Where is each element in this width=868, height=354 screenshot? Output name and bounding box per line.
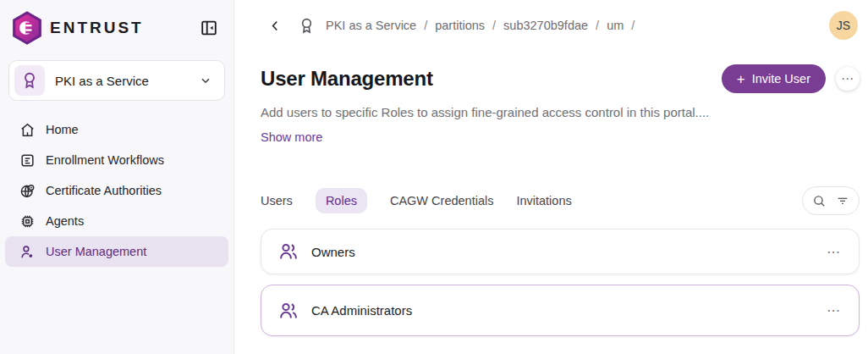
ellipsis-icon: ⋯ [841, 71, 854, 86]
sidebar-item-label: Certificate Authorities [46, 184, 162, 197]
role-more-options-button[interactable]: ⋯ [827, 302, 842, 318]
ellipsis-icon: ⋯ [827, 303, 842, 318]
show-more-link[interactable]: Show more [261, 130, 322, 144]
certificate-authorities-icon [19, 182, 36, 199]
service-selector[interactable]: PKI as a Service [8, 60, 225, 101]
search-icon[interactable] [812, 194, 827, 208]
header-actions: + Invite User ⋯ [722, 64, 860, 93]
tab-invitations[interactable]: Invitations [516, 188, 571, 213]
roles-list: Owners ⋯ CA Administrators ⋯ [261, 229, 860, 336]
filter-icon[interactable] [836, 194, 849, 207]
chip-icon [19, 213, 36, 230]
role-more-options-button[interactable]: ⋯ [827, 244, 842, 260]
breadcrumb-item-partitions[interactable]: partitions [433, 19, 486, 32]
page-header: User Management + Invite User ⋯ [261, 64, 860, 93]
app-window: ENTRUST PK [0, 0, 868, 354]
chevron-down-icon [199, 74, 212, 87]
role-card-ca-administrators[interactable]: CA Administrators ⋯ [261, 285, 860, 336]
role-name: CA Administrators [311, 303, 412, 318]
sidebar-item-user-management[interactable]: User Management [5, 236, 228, 267]
users-icon [278, 241, 299, 262]
breadcrumb-separator: / [596, 19, 599, 32]
user-avatar[interactable]: JS [829, 11, 858, 40]
users-icon [278, 301, 299, 321]
main-content: PKI as a Service / partitions / sub3270b… [234, 0, 868, 354]
home-icon [19, 121, 36, 138]
sidebar-item-label: Home [46, 123, 79, 136]
sidebar-item-home[interactable]: Home [5, 114, 228, 145]
tab-roles[interactable]: Roles [316, 188, 367, 213]
sidebar-item-agents[interactable]: Agents [5, 206, 228, 236]
sidebar-item-certificate-authorities[interactable]: Certificate Authorities [5, 175, 228, 206]
breadcrumb-item-um[interactable]: um [605, 19, 625, 32]
collapse-sidebar-icon [200, 19, 218, 37]
ellipsis-icon: ⋯ [827, 245, 842, 259]
service-selector-label: PKI as a Service [55, 74, 149, 88]
entrust-logo-icon [12, 11, 42, 45]
sidebar-item-label: User Management [46, 245, 146, 258]
enrollment-workflows-icon [19, 152, 36, 169]
back-button[interactable] [266, 17, 284, 35]
chevron-left-icon [268, 19, 283, 33]
service-badge [14, 65, 45, 96]
sidebar-nav: Home Enrollment Workflows [0, 114, 233, 267]
user-settings-icon [19, 243, 36, 260]
breadcrumb-separator: / [492, 19, 496, 32]
breadcrumb-separator: / [424, 19, 427, 32]
page-description: Add users to specific Roles to assign fi… [261, 105, 860, 119]
sidebar: ENTRUST PK [0, 0, 234, 354]
sidebar-item-label: Agents [46, 214, 84, 228]
tab-cagw-credentials[interactable]: CAGW Credentials [390, 188, 493, 213]
award-ribbon-icon [20, 71, 39, 90]
breadcrumb-item-partition-id[interactable]: sub3270b9fdae [502, 19, 590, 32]
search-filter-control[interactable] [802, 186, 860, 215]
breadcrumb-item-service[interactable]: PKI as a Service [324, 19, 418, 32]
logo-row: ENTRUST [0, 0, 233, 53]
breadcrumb-separator: / [631, 19, 635, 32]
plus-icon: + [737, 72, 745, 86]
sidebar-item-enrollment-workflows[interactable]: Enrollment Workflows [5, 145, 228, 175]
tabs-row: Users Roles CAGW Credentials Invitations [261, 186, 860, 215]
page-title: User Management [261, 67, 433, 91]
role-card-owners[interactable]: Owners ⋯ [261, 229, 860, 274]
page-more-options-button[interactable]: ⋯ [836, 67, 860, 91]
invite-user-button[interactable]: + Invite User [722, 64, 826, 93]
topbar: PKI as a Service / partitions / sub3270b… [234, 0, 868, 51]
sidebar-item-label: Enrollment Workflows [46, 153, 164, 167]
breadcrumb: PKI as a Service / partitions / sub3270b… [324, 19, 640, 32]
brand-wordmark: ENTRUST [50, 19, 144, 37]
tab-users[interactable]: Users [261, 188, 293, 213]
avatar-initials: JS [837, 19, 850, 32]
invite-user-label: Invite User [752, 72, 810, 86]
breadcrumb-award-icon [298, 17, 316, 35]
tabs: Users Roles CAGW Credentials Invitations [261, 188, 572, 213]
role-name: Owners [311, 245, 355, 259]
sidebar-collapse-button[interactable] [198, 17, 220, 39]
